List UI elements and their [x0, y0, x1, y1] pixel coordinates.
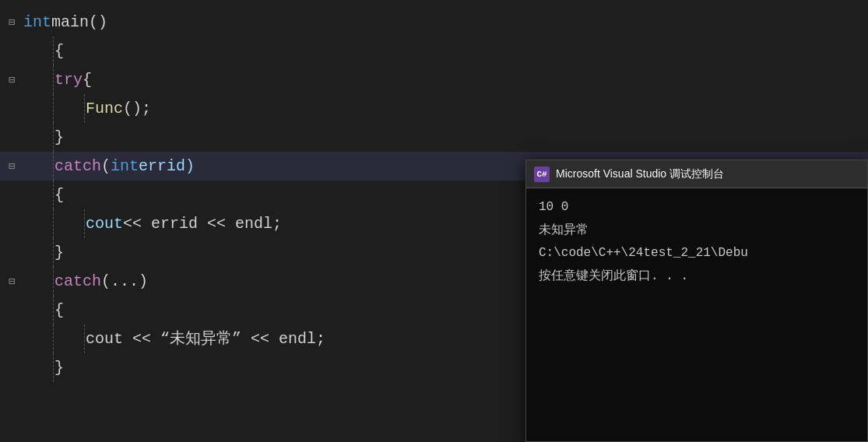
console-output-line: 按任意键关闭此窗口. . . — [539, 267, 855, 287]
code-line: } — [0, 123, 868, 152]
token: catch — [54, 152, 101, 181]
console-title: Microsoft Visual Studio 调试控制台 — [556, 167, 724, 181]
code-text: } — [23, 353, 64, 382]
token: int — [23, 8, 51, 37]
token: } — [54, 123, 64, 152]
token: (); — [123, 94, 151, 123]
fold-gutter[interactable]: ⊟ — [0, 8, 23, 37]
fold-gutter[interactable] — [0, 324, 23, 353]
console-output-line: C:\code\C++\24test_2_21\Debu — [539, 244, 855, 264]
token: Func — [86, 94, 123, 123]
token: { — [83, 65, 92, 94]
fold-gutter[interactable]: ⊟ — [0, 65, 23, 94]
token: { — [54, 37, 64, 65]
code-text: catch (...) — [23, 267, 148, 296]
fold-gutter[interactable] — [0, 94, 23, 123]
console-output-line: 未知异常 — [539, 221, 855, 241]
fold-gutter[interactable] — [0, 181, 23, 209]
code-line: { — [0, 37, 868, 65]
token: { — [54, 181, 64, 209]
token: (...) — [101, 267, 148, 296]
token: cout — [86, 209, 123, 238]
console-titlebar: C# Microsoft Visual Studio 调试控制台 — [526, 160, 867, 188]
token: catch — [54, 267, 101, 296]
code-text: { — [23, 181, 64, 209]
token: try — [54, 65, 83, 94]
console-window[interactable]: C# Microsoft Visual Studio 调试控制台 10 0未知异… — [525, 160, 868, 442]
token: } — [54, 238, 64, 267]
fold-gutter[interactable] — [0, 37, 23, 65]
token: int — [111, 152, 139, 181]
token: { — [54, 296, 64, 324]
code-editor: ⊟int main(){⊟try {Func();}⊟catch (int er… — [0, 0, 868, 442]
token: errid) — [139, 152, 195, 181]
fold-gutter[interactable] — [0, 296, 23, 324]
token: } — [54, 353, 64, 382]
code-text: catch (int errid) — [23, 152, 195, 181]
code-text: cout << errid << endl; — [23, 209, 282, 238]
code-text: Func(); — [23, 94, 151, 123]
console-body: 10 0未知异常C:\code\C++\24test_2_21\Debu按任意键… — [526, 188, 867, 299]
fold-gutter[interactable]: ⊟ — [0, 267, 23, 296]
token: cout << “未知异常” << endl; — [86, 324, 325, 353]
fold-gutter[interactable] — [0, 123, 23, 152]
code-text: { — [23, 37, 64, 65]
code-text: { — [23, 296, 64, 324]
token: main() — [51, 8, 107, 37]
code-text: } — [23, 123, 64, 152]
code-text: try { — [23, 65, 92, 94]
code-text: int main() — [23, 8, 107, 37]
console-output-line: 10 0 — [539, 198, 855, 218]
code-line: Func(); — [0, 94, 868, 123]
token: ( — [101, 152, 111, 181]
fold-gutter[interactable]: ⊟ — [0, 152, 23, 181]
vs-icon-text: C# — [536, 170, 546, 179]
code-line: ⊟int main() — [0, 8, 868, 37]
fold-gutter[interactable] — [0, 353, 23, 382]
code-line: ⊟try { — [0, 65, 868, 94]
fold-gutter[interactable] — [0, 209, 23, 238]
vs-icon: C# — [534, 167, 550, 182]
token: << errid << endl; — [123, 209, 282, 238]
code-text: } — [23, 238, 64, 267]
code-text: cout << “未知异常” << endl; — [23, 324, 325, 353]
fold-gutter[interactable] — [0, 238, 23, 267]
